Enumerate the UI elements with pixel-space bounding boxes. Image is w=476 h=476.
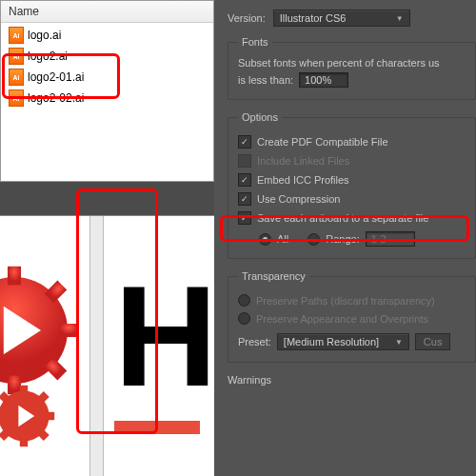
include-linked-checkbox: Include Linked Files	[238, 151, 467, 170]
checkbox-icon	[238, 154, 251, 168]
radio-icon	[238, 312, 250, 325]
ai-file-icon: Ai	[9, 48, 24, 65]
create-pdf-checkbox[interactable]: Create PDF Compatible File	[238, 132, 467, 151]
file-item[interactable]: Ai logo2.ai	[1, 46, 213, 67]
transparency-group: Transparency Preserve Paths (discard tra…	[228, 270, 476, 363]
logo-letter: H	[114, 254, 214, 419]
file-name: logo2-01.ai	[28, 70, 84, 84]
file-list: Ai logo.ai Ai logo2.ai Ai logo2-01.ai Ai…	[1, 23, 213, 110]
embed-icc-checkbox[interactable]: Embed ICC Profiles	[238, 170, 467, 189]
checkbox-icon	[238, 135, 251, 149]
svg-rect-13	[0, 411, 3, 419]
file-item[interactable]: Ai logo.ai	[1, 25, 213, 46]
file-browser: Name Ai logo.ai Ai logo2.ai Ai logo2-01.…	[0, 0, 214, 182]
save-options-dialog: Version: Illustrator CS6 ▼ Fonts Subset …	[214, 0, 476, 476]
use-compression-checkbox[interactable]: Use Compression	[238, 189, 467, 208]
column-header-name[interactable]: Name	[1, 1, 213, 23]
file-name: logo2-02.ai	[28, 91, 84, 105]
gear-icon	[0, 383, 57, 449]
preset-dropdown: [Medium Resolution] ▼	[277, 333, 409, 350]
checkbox-icon	[238, 211, 251, 225]
version-label: Version:	[228, 12, 266, 24]
preserve-appearance-radio: Preserve Appearance and Overprints	[238, 309, 467, 327]
font-percent-input[interactable]: 100%	[299, 72, 348, 88]
transparency-legend: Transparency	[238, 270, 309, 282]
options-group: Options Create PDF Compatible File Inclu…	[228, 111, 476, 259]
fonts-legend: Fonts	[238, 36, 272, 48]
radio-icon	[238, 294, 250, 307]
range-radio[interactable]	[307, 233, 320, 246]
chevron-down-icon: ▼	[395, 338, 403, 347]
version-dropdown[interactable]: Illustrator CS6 ▼	[273, 10, 410, 27]
file-item[interactable]: Ai logo2-01.ai	[1, 67, 213, 88]
ai-file-icon: Ai	[9, 69, 24, 86]
save-artboards-checkbox[interactable]: Save each artboard to a separate file	[238, 208, 467, 228]
checkbox-icon	[238, 192, 251, 206]
range-input[interactable]: 1-2	[366, 231, 415, 247]
less-than-label: is less than:	[238, 74, 293, 86]
options-legend: Options	[238, 111, 282, 123]
all-radio[interactable]	[259, 233, 271, 246]
artwork-preview: H	[0, 215, 214, 476]
svg-rect-11	[20, 385, 28, 394]
custom-button: Cus	[415, 333, 451, 350]
fonts-group: Fonts Subset fonts when percent of chara…	[228, 36, 476, 100]
red-bar	[114, 421, 200, 434]
ai-file-icon: Ai	[9, 89, 24, 107]
svg-rect-1	[8, 266, 21, 285]
file-name: logo2.ai	[28, 50, 68, 63]
preset-label: Preset:	[238, 336, 271, 347]
gear-icon	[0, 264, 81, 397]
preserve-paths-radio: Preserve Paths (discard transparency)	[238, 291, 467, 309]
file-name: logo.ai	[28, 29, 61, 42]
svg-rect-14	[45, 411, 54, 419]
checkbox-icon	[238, 173, 251, 187]
chevron-down-icon: ▼	[396, 14, 404, 23]
warnings-label: Warnings	[228, 374, 476, 386]
subset-fonts-text: Subset fonts when percent of characters …	[238, 57, 467, 69]
svg-rect-12	[20, 437, 28, 446]
file-item[interactable]: Ai logo2-02.ai	[1, 88, 213, 109]
ai-file-icon: Ai	[9, 27, 24, 44]
svg-rect-4	[60, 324, 79, 337]
